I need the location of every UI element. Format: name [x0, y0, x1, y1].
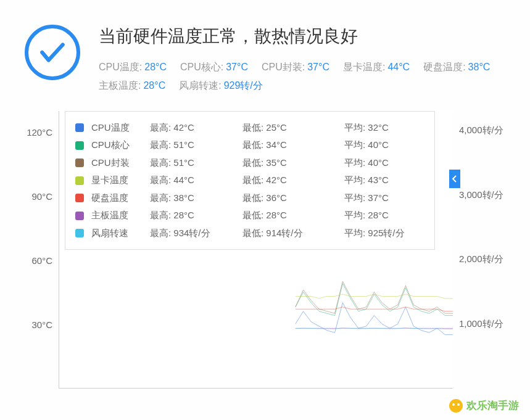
legend-row: 主板温度最高: 28°C最低: 28°C平均: 28°C [75, 207, 424, 224]
axis-tick: 120°C [15, 127, 52, 138]
legend-max: 最高: 28°C [150, 207, 242, 224]
page-title: 当前硬件温度正常，散热情况良好 [99, 25, 505, 48]
legend-row: 风扇转速最高: 934转/分最低: 914转/分平均: 925转/分 [75, 224, 424, 242]
legend-swatch [75, 176, 84, 185]
series-line [296, 303, 453, 335]
legend-max: 最高: 51°C [150, 154, 242, 172]
legend-avg: 平均: 925转/分 [344, 224, 424, 242]
axis-tick: 3,000转/分 [459, 189, 515, 200]
legend-swatch [75, 141, 84, 150]
legend-max: 最高: 51°C [150, 136, 242, 154]
reading-item: CPU封装:37°C [262, 58, 329, 76]
header: 当前硬件温度正常，散热情况良好 CPU温度:28°CCPU核心:37°CCPU封… [0, 0, 530, 102]
legend-row: 硬盘温度最高: 38°C最低: 36°C平均: 37°C [75, 189, 424, 207]
reading-value: 37°C [226, 62, 248, 72]
reading-item: 显卡温度:44°C [343, 58, 410, 76]
legend-name: 主板温度 [91, 207, 150, 224]
reading-value: 28°C [143, 80, 165, 91]
legend-min: 最低: 34°C [242, 136, 344, 154]
axis-tick: 60°C [15, 255, 52, 266]
reading-label: 风扇转速: [179, 80, 221, 91]
legend-name: 风扇转速 [91, 224, 150, 242]
axis-tick: 2,000转/分 [459, 253, 515, 265]
series-line [296, 284, 453, 316]
reading-label: 主板温度: [99, 80, 141, 91]
legend-avg: 平均: 40°C [344, 154, 424, 172]
legend-avg: 平均: 37°C [344, 189, 424, 207]
axis-tick: 90°C [15, 191, 52, 202]
status-ok-icon [25, 25, 80, 80]
legend-swatch [75, 194, 84, 202]
reading-label: 显卡温度: [343, 62, 385, 72]
reading-label: CPU温度: [99, 62, 142, 72]
axis-tick: 30°C [15, 319, 52, 329]
legend-max: 最高: 42°C [150, 119, 242, 137]
legend-avg: 平均: 43°C [344, 171, 424, 189]
legend-avg: 平均: 40°C [344, 136, 424, 154]
legend-min: 最低: 28°C [242, 207, 344, 224]
reading-label: 硬盘温度: [423, 62, 465, 72]
reading-item: 硬盘温度:38°C [423, 58, 490, 76]
legend-row: CPU温度最高: 42°C最低: 25°C平均: 32°C [75, 119, 424, 137]
reading-value: 44°C [387, 62, 410, 72]
current-readings: CPU温度:28°CCPU核心:37°CCPU封装:37°C显卡温度:44°C硬… [99, 58, 505, 96]
legend-swatch [75, 123, 84, 132]
legend-box: CPU温度最高: 42°C最低: 25°C平均: 32°CCPU核心最高: 51… [65, 111, 435, 250]
y-axis-left: 30°C60°C90°C120°C [15, 111, 52, 395]
reading-label: CPU封装: [262, 62, 305, 72]
legend-name: 显卡温度 [91, 171, 150, 189]
legend-min: 最低: 36°C [242, 189, 344, 207]
legend-name: CPU核心 [91, 136, 150, 154]
legend-min: 最低: 42°C [242, 171, 344, 189]
reading-item: 风扇转速:929转/分 [179, 76, 263, 95]
watermark-text: 欢乐淘手游 [466, 398, 519, 413]
axis-tick: 4,000转/分 [459, 125, 515, 136]
watermark: 欢乐淘手游 [449, 398, 519, 413]
series-line [296, 327, 453, 329]
legend-row: CPU封装最高: 51°C最低: 35°C平均: 40°C [75, 154, 424, 172]
reading-value: 37°C [307, 62, 329, 72]
reading-value: 38°C [468, 62, 491, 72]
chart-area: CPU温度最高: 42°C最低: 25°C平均: 32°CCPU核心最高: 51… [15, 111, 515, 395]
reading-value: 929转/分 [224, 80, 263, 91]
legend-avg: 平均: 32°C [344, 119, 424, 137]
y-axis-right: 1,000转/分2,000转/分3,000转/分4,000转/分 [459, 111, 515, 395]
legend-name: 硬盘温度 [91, 189, 150, 207]
legend-name: CPU封装 [91, 154, 150, 172]
reading-item: CPU核心:37°C [180, 58, 248, 76]
legend-min: 最低: 914转/分 [242, 224, 344, 242]
reading-value: 28°C [144, 62, 167, 72]
axis-tick: 1,000转/分 [459, 318, 515, 330]
legend-max: 最高: 934转/分 [150, 224, 242, 242]
legend-max: 最高: 38°C [150, 189, 242, 207]
legend-row: 显卡温度最高: 44°C最低: 42°C平均: 43°C [75, 171, 424, 189]
legend-swatch [75, 159, 84, 167]
legend-min: 最低: 35°C [242, 154, 344, 172]
legend-name: CPU温度 [91, 119, 150, 137]
legend-avg: 平均: 28°C [344, 207, 424, 224]
series-line [296, 307, 453, 311]
reading-item: 主板温度:28°C [99, 76, 165, 95]
legend-row: CPU核心最高: 51°C最低: 34°C平均: 40°C [75, 136, 424, 154]
watermark-face-icon [449, 399, 463, 413]
reading-item: CPU温度:28°C [99, 58, 167, 76]
legend-swatch [75, 212, 84, 220]
series-line [296, 281, 453, 313]
series-line [296, 294, 453, 299]
reading-label: CPU核心: [180, 62, 223, 72]
legend-swatch [75, 229, 84, 237]
legend-min: 最低: 25°C [242, 119, 344, 137]
legend-max: 最高: 44°C [150, 171, 242, 189]
header-text: 当前硬件温度正常，散热情况良好 CPU温度:28°CCPU核心:37°CCPU封… [99, 25, 505, 96]
